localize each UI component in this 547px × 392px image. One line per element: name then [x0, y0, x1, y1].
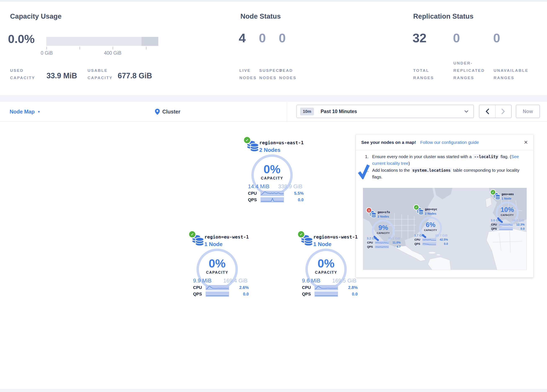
- capacity-usage-title: Capacity Usage: [10, 12, 62, 20]
- qps-value: 4.7: [397, 245, 401, 248]
- qps-value: 0.0: [444, 242, 448, 245]
- section-divider: [0, 95, 547, 102]
- used-capacity-value: 33.9 MiB: [47, 71, 77, 80]
- map-node-geo-nyc[interactable]: ✓ geo=nyc 2 Nodes: [413, 205, 453, 247]
- time-nav-group: [479, 105, 512, 118]
- total-capacity: 169.4 GiB: [223, 277, 247, 284]
- cpu-label: CPU: [193, 285, 206, 290]
- capacity-label: CAPACITY: [494, 214, 520, 216]
- qps-label: QPS: [193, 292, 206, 296]
- used-capacity-label: USED CAPACITY: [10, 67, 41, 82]
- popup-header: See your nodes on a map! Follow our conf…: [356, 134, 533, 150]
- suspect-nodes-value: 0: [259, 31, 266, 45]
- qps-sparkline: [499, 227, 513, 230]
- cpu-label: CPU: [491, 223, 499, 226]
- qps-value: 0.0: [521, 227, 525, 230]
- cpu-value: 42.5%: [440, 238, 448, 241]
- qps-value: 0.0: [352, 292, 358, 296]
- close-icon[interactable]: ✕: [524, 139, 528, 145]
- toolbar: Node Map ▾ Cluster 10m Past 10 Minutes: [0, 102, 547, 122]
- total-capacity: 65.7 GiB: [435, 234, 448, 237]
- locality-name: geo=ams: [502, 193, 514, 196]
- step-text: Ensure every node in your cluster was st…: [372, 154, 473, 159]
- cpu-sparkline: [206, 285, 229, 290]
- used-capacity: 14.4 MiB: [248, 183, 270, 190]
- capacity-percent: 0.0%: [8, 32, 35, 46]
- cpu-sparkline: [422, 238, 436, 241]
- capacity-percent: 9%: [370, 224, 396, 232]
- view-mode-dropdown[interactable]: Node Map ▾: [10, 102, 40, 121]
- cpu-value: 2.6%: [239, 285, 249, 290]
- used-capacity: 3.2 GiB: [367, 236, 377, 240]
- breadcrumb-label: Cluster: [162, 109, 180, 115]
- locality-node-count: 2 Nodes: [378, 215, 389, 218]
- usable-capacity-label: USABLE CAPACITY: [88, 67, 121, 82]
- used-capacity: 9.9 MiB: [193, 277, 212, 284]
- axis-tick: [113, 47, 113, 49]
- region-card-us-west-1[interactable]: ✓ region=us-west-1 1 Node 0% CAPACITY 9.…: [297, 230, 359, 300]
- capacity-label: CAPACITY: [249, 176, 295, 180]
- inline-code: --locality: [473, 154, 499, 159]
- time-range-label: Past 10 Minutes: [321, 109, 357, 114]
- time-forward-button[interactable]: [495, 105, 511, 118]
- toolbar-divider: [287, 102, 287, 121]
- configuration-guide-link[interactable]: Follow our configuration guide: [420, 140, 479, 145]
- capacity-bar-other-segment: [142, 37, 158, 46]
- qps-sparkline: [375, 245, 389, 248]
- under-replicated-value: 0: [453, 31, 460, 45]
- healthy-check-icon: ✓: [491, 190, 495, 194]
- capacity-percent: 0%: [303, 256, 349, 270]
- cpu-label: CPU: [302, 285, 315, 290]
- qps-label: QPS: [414, 242, 422, 245]
- capacity-percent: 0%: [249, 162, 295, 176]
- time-range-badge: 10m: [300, 108, 314, 115]
- qps-label: QPS: [491, 227, 499, 230]
- region-card-eu-west-1[interactable]: ✓ region=eu-west-1 1 Node 0% CAPACITY 9.…: [188, 230, 250, 300]
- node-status-title: Node Status: [240, 12, 281, 20]
- qps-label: QPS: [367, 245, 375, 248]
- popup-title: See your nodes on a map!: [361, 140, 416, 145]
- region-card-us-east-1[interactable]: ✓ region=us-east-1 2 Nodes 0% CAPACITY 1…: [242, 136, 305, 206]
- chevron-down-icon: [464, 110, 468, 113]
- capacity-label: CAPACITY: [194, 270, 240, 275]
- node-map-canvas: ✓ region=us-east-1 2 Nodes 0% CAPACITY 1…: [0, 122, 547, 389]
- qps-sparkline: [315, 291, 338, 297]
- breadcrumb[interactable]: Cluster: [155, 102, 180, 121]
- world-map: 1 geo=sfo 2 Nodes: [363, 188, 527, 270]
- healthy-check-icon: ✓: [414, 205, 419, 210]
- map-node-geo-ams[interactable]: ✓ geo=ams 1 Node 1: [490, 190, 527, 232]
- tick-label-0: 0 GiB: [34, 50, 59, 56]
- used-capacity: 9.6 MiB: [302, 277, 320, 284]
- time-range-select[interactable]: 10m Past 10 Minutes: [296, 105, 474, 118]
- chevron-down-icon: ▾: [38, 110, 40, 114]
- locality-name: geo=nyc: [425, 207, 437, 211]
- cpu-sparkline: [315, 285, 338, 290]
- qps-sparkline: [422, 242, 436, 245]
- capacity-label: CAPACITY: [370, 232, 396, 234]
- replication-status-title: Replication Status: [413, 12, 473, 20]
- now-button[interactable]: Now: [516, 105, 540, 118]
- capacity-label: CAPACITY: [303, 270, 349, 275]
- capacity-percent: 6%: [417, 221, 444, 229]
- region-name: region=eu-west-1: [204, 234, 249, 240]
- unavailable-ranges-value: 0: [493, 31, 500, 45]
- node-map-config-popup: See your nodes on a map! Follow our conf…: [356, 134, 533, 278]
- live-nodes-label: LIVE NODES: [239, 67, 260, 82]
- map-node-geo-sfo[interactable]: 1 geo=sfo 2 Nodes: [366, 208, 406, 250]
- step-text: flag. (: [499, 154, 511, 159]
- step-text: Add locations to the: [372, 168, 411, 172]
- qps-sparkline: [260, 197, 284, 202]
- map-pin-icon: [155, 109, 160, 115]
- capacity-percent: 10%: [494, 206, 520, 213]
- cpu-label: CPU: [367, 241, 375, 244]
- unavailable-ranges-label: UNAVAILABLE RANGES: [494, 67, 535, 82]
- step-text: ): [408, 161, 410, 166]
- cpu-sparkline: [375, 241, 389, 244]
- under-replicated-label: UNDER-REPLICATED RANGES: [453, 60, 492, 82]
- qps-value: 0.0: [298, 198, 304, 202]
- capacity-percent: 0%: [194, 256, 240, 270]
- cpu-label: CPU: [248, 191, 260, 196]
- time-back-button[interactable]: [479, 105, 495, 118]
- cpu-value: 12.3%: [516, 223, 525, 226]
- inline-code: system.locations: [411, 168, 452, 173]
